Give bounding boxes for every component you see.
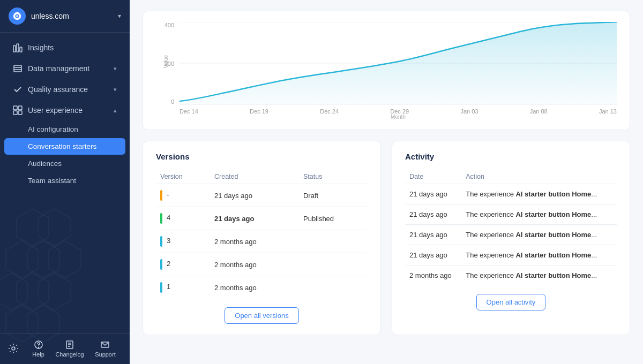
footer-help[interactable]: Help bbox=[32, 340, 44, 358]
status-cell bbox=[299, 253, 368, 276]
date-cell: 21 days ago bbox=[405, 245, 461, 266]
created-cell: 2 months ago bbox=[210, 253, 299, 276]
table-row: 21 days ago The experience AI starter bu… bbox=[405, 245, 617, 266]
x-axis-title: Month bbox=[391, 114, 406, 120]
sidebar-sub-item-ai-configuration[interactable]: AI configuration bbox=[4, 121, 125, 138]
footer-changelog[interactable]: Changelog bbox=[55, 340, 84, 358]
sidebar-item-insights[interactable]: Insights bbox=[4, 37, 125, 58]
chart-svg-container bbox=[180, 22, 617, 105]
col-action: Action bbox=[461, 170, 617, 184]
date-cell: 21 days ago bbox=[405, 204, 461, 225]
created-cell: 2 months ago bbox=[210, 276, 299, 299]
y-label-0: 0 bbox=[156, 98, 177, 105]
col-status: Status bbox=[299, 170, 368, 184]
created-cell: 21 days ago bbox=[210, 184, 299, 207]
version-cell: 3 bbox=[156, 230, 210, 253]
help-label: Help bbox=[32, 351, 44, 358]
user-experience-chevron-icon: ▴ bbox=[114, 107, 117, 114]
open-all-activity-button[interactable]: Open all activity bbox=[476, 294, 546, 310]
action-cell: The experience AI starter button Home... bbox=[461, 204, 617, 225]
version-cell: 2 bbox=[156, 253, 210, 276]
svg-point-12 bbox=[16, 15, 18, 17]
versions-footer: Open all versions bbox=[156, 307, 368, 324]
insights-label: Insights bbox=[28, 43, 117, 52]
y-label-400: 400 bbox=[156, 22, 177, 28]
chart-card: 0 200 400 Value bbox=[143, 11, 630, 130]
action-cell: The experience AI starter button Home... bbox=[461, 245, 617, 266]
sidebar-item-quality-assurance[interactable]: Quality assurance ▾ bbox=[4, 79, 125, 100]
activity-footer: Open all activity bbox=[405, 294, 617, 310]
quality-assurance-chevron-icon: ▾ bbox=[114, 86, 117, 93]
svg-rect-13 bbox=[13, 46, 16, 52]
x-label-dec24: Dec 24 bbox=[320, 108, 339, 115]
ai-configuration-label: AI configuration bbox=[28, 125, 78, 133]
versions-panel: Versions Version Created Status - 21 day… bbox=[143, 141, 381, 335]
sidebar: unless.com ▾ Insights Data management ▾ … bbox=[0, 0, 130, 364]
y-axis-title: Value bbox=[163, 55, 169, 69]
sidebar-nav: Insights Data management ▾ Quality assur… bbox=[0, 33, 130, 333]
settings-gear[interactable] bbox=[8, 343, 19, 357]
sidebar-item-data-management[interactable]: Data management ▾ bbox=[4, 58, 125, 79]
x-label-jan08: Jan 08 bbox=[530, 108, 548, 115]
audiences-label: Audiences bbox=[28, 160, 62, 168]
sidebar-sub-item-conversation-starters[interactable]: Conversation starters bbox=[4, 138, 125, 155]
app-logo bbox=[9, 7, 26, 25]
database-icon bbox=[13, 64, 23, 73]
table-row[interactable]: 1 2 months ago bbox=[156, 276, 368, 299]
status-cell bbox=[299, 276, 368, 299]
date-cell: 21 days ago bbox=[405, 184, 461, 204]
version-color-indicator bbox=[160, 190, 162, 201]
data-management-chevron-icon: ▾ bbox=[114, 65, 117, 72]
org-chevron-icon[interactable]: ▾ bbox=[118, 12, 121, 20]
status-cell: Draft bbox=[299, 184, 368, 207]
col-version: Version bbox=[156, 170, 210, 184]
svg-rect-22 bbox=[18, 111, 22, 115]
table-row[interactable]: 4 21 days ago Published bbox=[156, 207, 368, 230]
action-cell: The experience AI starter button Home... bbox=[461, 184, 617, 204]
activity-title: Activity bbox=[405, 152, 617, 161]
table-row[interactable]: - 21 days ago Draft bbox=[156, 184, 368, 207]
action-cell: The experience AI starter button Home... bbox=[461, 266, 617, 286]
x-label-jan13: Jan 13 bbox=[599, 108, 617, 115]
version-color-indicator bbox=[160, 236, 162, 247]
footer-support[interactable]: Support bbox=[95, 340, 116, 358]
x-label-dec19: Dec 19 bbox=[250, 108, 268, 115]
action-cell: The experience AI starter button Home... bbox=[461, 225, 617, 245]
version-color-indicator bbox=[160, 213, 162, 224]
support-label: Support bbox=[95, 351, 116, 358]
date-cell: 21 days ago bbox=[405, 225, 461, 245]
main-content: 0 200 400 Value bbox=[130, 0, 643, 364]
version-color-indicator bbox=[160, 282, 162, 293]
conversation-starters-label: Conversation starters bbox=[28, 142, 96, 150]
svg-rect-16 bbox=[14, 65, 21, 72]
version-cell: 1 bbox=[156, 276, 210, 299]
version-cell: 4 bbox=[156, 207, 210, 230]
sidebar-footer: Help Changelog Support bbox=[0, 333, 130, 364]
bottom-section: Versions Version Created Status - 21 day… bbox=[143, 141, 630, 335]
svg-rect-21 bbox=[13, 111, 17, 115]
svg-rect-20 bbox=[18, 106, 22, 110]
created-cell: 21 days ago bbox=[210, 207, 299, 230]
sidebar-sub-item-audiences[interactable]: Audiences bbox=[4, 155, 125, 172]
sidebar-item-user-experience[interactable]: User experience ▴ bbox=[4, 100, 125, 120]
version-color-indicator bbox=[160, 259, 162, 270]
sidebar-sub-item-team-assistant[interactable]: Team assistant bbox=[4, 172, 125, 189]
x-label-dec14: Dec 14 bbox=[180, 108, 198, 115]
col-date: Date bbox=[405, 170, 461, 184]
table-row: 21 days ago The experience AI starter bu… bbox=[405, 204, 617, 225]
status-cell bbox=[299, 230, 368, 253]
svg-point-23 bbox=[12, 347, 15, 350]
svg-rect-15 bbox=[20, 47, 22, 52]
svg-rect-14 bbox=[17, 44, 19, 52]
data-management-label: Data management bbox=[28, 64, 114, 73]
versions-table: Version Created Status - 21 days ago Dra… bbox=[156, 170, 368, 299]
table-row[interactable]: 2 2 months ago bbox=[156, 253, 368, 276]
chart-area: 0 200 400 Value bbox=[156, 22, 617, 121]
open-all-versions-button[interactable]: Open all versions bbox=[225, 307, 298, 324]
sidebar-header[interactable]: unless.com ▾ bbox=[0, 0, 130, 33]
status-cell: Published bbox=[299, 207, 368, 230]
date-cell: 2 months ago bbox=[405, 266, 461, 286]
col-created: Created bbox=[210, 170, 299, 184]
created-cell: 2 months ago bbox=[210, 230, 299, 253]
table-row[interactable]: 3 2 months ago bbox=[156, 230, 368, 253]
